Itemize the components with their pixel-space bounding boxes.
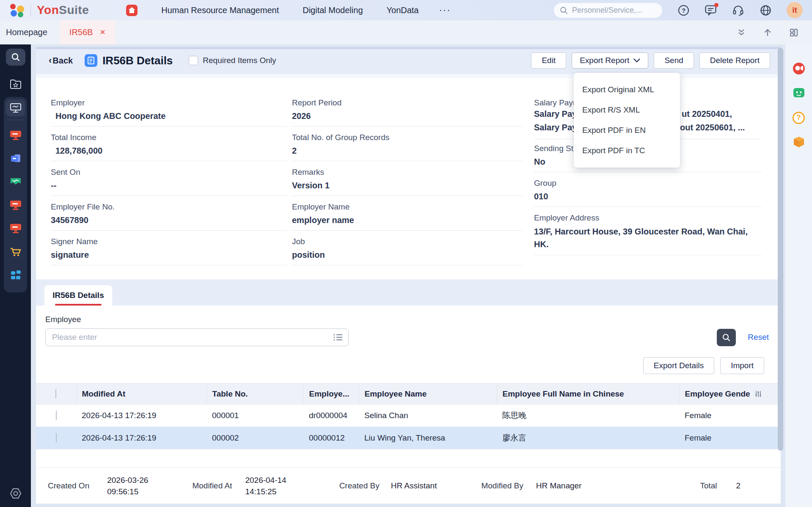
avatar-initials: it [792, 6, 797, 15]
col-employee-gender[interactable]: Employee Gende [685, 389, 750, 399]
tab-ir56b-details[interactable]: IR56B Details [44, 285, 112, 306]
created-on-label: Created On [48, 481, 89, 490]
sidebar-item-app-doc-blue[interactable] [4, 147, 27, 170]
modified-at-label: Modified At [192, 481, 232, 490]
nav-more-icon[interactable]: ··· [439, 5, 451, 16]
col-chinese-name[interactable]: Employee Full Name in Chinese [497, 383, 679, 405]
total-value: 2 [736, 481, 741, 490]
tab-close-icon[interactable]: ✕ [99, 28, 105, 37]
layout-icon[interactable] [789, 28, 798, 37]
row-checkbox[interactable] [56, 433, 57, 443]
field-label: Employer Address [534, 213, 762, 223]
row-checkbox[interactable] [56, 411, 57, 420]
nav-item-yondata[interactable]: YonData [387, 6, 419, 15]
headset-icon[interactable] [732, 5, 744, 16]
list-icon[interactable] [333, 333, 343, 342]
field-employer-address: Employer Address 13/F, Harcourt House, 3… [534, 213, 762, 255]
sidebar-item-workbench[interactable] [6, 99, 25, 116]
global-search-input[interactable]: Personnel/Service,... [554, 3, 662, 18]
created-by-label: Created By [339, 481, 380, 490]
required-checkbox[interactable] [189, 56, 198, 65]
search-icon [722, 333, 731, 342]
brand-wordmark: YonSuite [37, 3, 89, 17]
form-column-1: Employer Hong Kong ABC Cooperate Total I… [51, 98, 287, 279]
field-total-group-records: Total No. of Group Records 2 [292, 132, 523, 161]
menu-item-export-pdf-en[interactable]: Export PDF in EN [574, 120, 680, 141]
tab-homepage[interactable]: Homepage [6, 28, 47, 37]
cell-table-no: 000001 [206, 405, 303, 427]
salary-line-2-left: Salary Pay [534, 123, 577, 132]
col-employee-no[interactable]: Employe... [303, 383, 359, 405]
salary-line-1-right: ut 20250401, [682, 108, 732, 120]
user-avatar[interactable]: it [787, 2, 803, 18]
field-value: 34567890 [51, 214, 287, 231]
header-checkbox[interactable] [55, 389, 56, 399]
nav-item-hrm[interactable]: Human Resource Management [161, 6, 279, 15]
field-value: signature [51, 249, 287, 265]
sidebar-item-app-green[interactable] [4, 170, 27, 193]
header-buttons: Edit Export Report Send Delete Report [531, 52, 781, 69]
employee-input[interactable] [45, 328, 349, 346]
assistant-icon[interactable] [785, 81, 812, 105]
details-panel: Employee Reset Export Details I [36, 306, 781, 449]
field-value: employer name [292, 214, 523, 231]
settings-hexagon-icon[interactable] [0, 488, 31, 499]
export-report-label: Export Report [580, 56, 629, 65]
home-icon[interactable] [126, 5, 138, 16]
help-icon[interactable]: ? [678, 5, 689, 16]
field-sent-on: Sent On -- [51, 167, 287, 196]
menu-item-export-rs-xml[interactable]: Export R/S XML [574, 100, 680, 120]
global-search-placeholder: Personnel/Service,... [572, 6, 642, 15]
field-label: Remarks [292, 167, 523, 177]
sidebar-item-app-red-2[interactable] [4, 193, 27, 217]
notification-badge [714, 3, 718, 7]
screen-record-icon[interactable] [785, 56, 812, 81]
resource-box-icon[interactable] [785, 130, 812, 154]
edit-button[interactable]: Edit [531, 52, 566, 69]
field-report-period: Report Period 2026 [292, 98, 523, 127]
menu-item-export-original-xml[interactable]: Export Original XML [574, 80, 680, 100]
favorites-folder-icon[interactable] [6, 79, 25, 89]
globe-icon[interactable] [760, 5, 771, 16]
created-by-value: HR Assistant [391, 481, 437, 490]
page-title: IR56B Details [102, 54, 173, 67]
sidebar-item-app-cart-yellow[interactable] [4, 240, 27, 263]
message-icon[interactable] [705, 5, 716, 16]
field-remarks: Remarks Version 1 [292, 167, 523, 196]
upload-icon[interactable] [763, 28, 772, 37]
delete-report-button[interactable]: Delete Report [699, 52, 770, 69]
field-label: Job [292, 237, 523, 247]
send-button[interactable]: Send [654, 52, 694, 69]
vertical-scrollbar-thumb[interactable] [778, 48, 783, 451]
col-table-no[interactable]: Table No. [206, 383, 303, 405]
employee-filter-row: Reset [36, 328, 781, 346]
menu-item-export-pdf-tc[interactable]: Export PDF in TC [574, 141, 680, 161]
export-report-button[interactable]: Export Report [572, 52, 648, 69]
tab-ir56b-label: IR56B [69, 28, 93, 37]
field-employer-name: Employer Name employer name [292, 202, 523, 231]
column-filter-icon[interactable] [754, 390, 762, 398]
record-meta-footer: Created On 2026-03-26 09:56:15 Modified … [36, 467, 781, 504]
field-label: Signer Name [51, 237, 287, 247]
back-button[interactable]: ‹ Back [49, 56, 73, 66]
collapse-tabs-icon[interactable] [737, 28, 746, 37]
export-details-button[interactable]: Export Details [643, 357, 714, 374]
search-button[interactable] [717, 329, 736, 346]
col-employee-name[interactable]: Employee Name [359, 383, 497, 405]
main-area: ‹ Back IR56B Details Required Items Only… [31, 44, 785, 507]
sidebar-search-icon[interactable] [6, 49, 25, 66]
cell-modified-at: 2026-04-13 17:26:19 [76, 427, 206, 449]
sidebar-item-app-red-1[interactable] [4, 124, 27, 147]
sidebar-item-app-red-3[interactable] [4, 217, 27, 240]
help-circle-icon[interactable]: ? [785, 105, 812, 130]
tab-ir56b[interactable]: IR56B ✕ [60, 20, 115, 44]
table-row-selected[interactable]: 2026-04-13 17:26:19 000002 00000012 Liu … [36, 427, 781, 449]
cell-employee-name: Selina Chan [359, 405, 497, 427]
tabbar-controls [737, 28, 798, 37]
sidebar-item-app-grid-blue[interactable] [4, 263, 27, 287]
nav-item-digital-modeling[interactable]: Digital Modeling [303, 6, 363, 15]
import-button[interactable]: Import [720, 357, 764, 374]
reset-link[interactable]: Reset [748, 333, 769, 342]
col-modified-at[interactable]: Modified At [76, 383, 206, 405]
table-row[interactable]: 2026-04-13 17:26:19 000001 dr0000004 Sel… [36, 405, 781, 427]
